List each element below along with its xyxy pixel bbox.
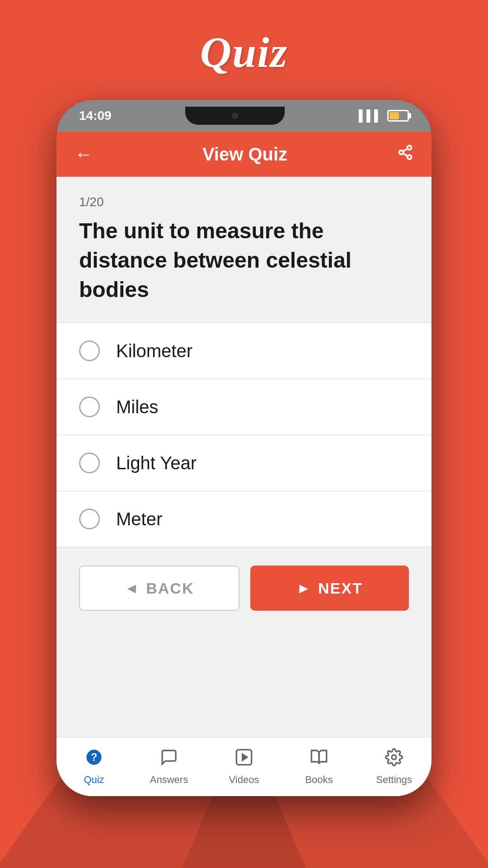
settings-nav-icon: [385, 748, 403, 770]
books-nav-icon: [310, 748, 328, 770]
svg-point-9: [392, 755, 396, 760]
answers-nav-label: Answers: [150, 774, 188, 786]
nav-item-books[interactable]: Books: [282, 748, 357, 786]
notch: [185, 107, 285, 125]
quiz-nav-label: Quiz: [84, 774, 104, 786]
svg-line-4: [403, 148, 408, 151]
header-title: View Quiz: [202, 144, 287, 165]
settings-nav-label: Settings: [376, 774, 412, 786]
option-miles-label: Miles: [116, 397, 158, 417]
radio-miles[interactable]: [79, 396, 100, 417]
option-meter-label: Meter: [116, 509, 162, 529]
back-button[interactable]: ←: [75, 144, 93, 165]
next-button[interactable]: ► NEXT: [250, 566, 409, 611]
next-icon: ►: [296, 580, 311, 597]
nav-item-videos[interactable]: Videos: [206, 748, 282, 786]
option-kilometer[interactable]: Kilometer: [56, 322, 432, 379]
next-label: NEXT: [318, 580, 363, 597]
radio-meter[interactable]: [79, 509, 100, 529]
back-icon: ◄: [125, 580, 139, 597]
phone-frame: 14:09 ▌▌▌ ← View Quiz 1: [56, 100, 432, 796]
nav-item-answers[interactable]: Answers: [131, 748, 206, 786]
bottom-nav: ? Quiz Answers: [56, 737, 432, 796]
videos-nav-label: Videos: [229, 774, 259, 786]
app-header: ← View Quiz: [56, 132, 432, 177]
radio-light-year[interactable]: [79, 453, 100, 473]
answers-nav-icon: [160, 748, 178, 770]
svg-text:?: ?: [91, 751, 97, 763]
radio-kilometer[interactable]: [79, 340, 100, 361]
battery-fill: [389, 112, 399, 119]
option-light-year-label: Light Year: [116, 453, 197, 473]
books-nav-label: Books: [305, 774, 333, 786]
status-icons: ▌▌▌: [359, 109, 409, 122]
back-label: BACK: [146, 580, 194, 597]
page-title-wrap: Quiz: [0, 0, 488, 100]
back-button[interactable]: ◄ BACK: [79, 566, 239, 611]
option-meter[interactable]: Meter: [56, 491, 432, 547]
nav-item-quiz[interactable]: ? Quiz: [56, 748, 131, 786]
option-miles[interactable]: Miles: [56, 379, 432, 435]
svg-marker-8: [243, 754, 247, 760]
question-number: 1/20: [79, 195, 409, 209]
options-list: Kilometer Miles Light Year Meter: [56, 322, 432, 547]
option-light-year[interactable]: Light Year: [56, 435, 432, 491]
signal-icon: ▌▌▌: [359, 109, 382, 122]
option-kilometer-label: Kilometer: [116, 341, 192, 361]
nav-buttons: ◄ BACK ► NEXT: [56, 547, 432, 629]
nav-item-settings[interactable]: Settings: [357, 748, 432, 786]
svg-line-3: [403, 153, 408, 156]
status-time: 14:09: [79, 108, 112, 123]
share-button[interactable]: [397, 144, 413, 165]
app-title: Quiz: [200, 27, 288, 77]
battery-icon: [387, 110, 409, 122]
status-bar: 14:09 ▌▌▌: [56, 100, 432, 132]
content-spacer: [56, 629, 432, 737]
quiz-nav-icon: ?: [85, 748, 103, 770]
videos-nav-icon: [235, 748, 253, 770]
question-block: 1/20 The unit to measure the distance be…: [56, 177, 432, 322]
notch-camera: [232, 113, 238, 119]
question-text: The unit to measure the distance between…: [79, 217, 409, 304]
quiz-content: 1/20 The unit to measure the distance be…: [56, 177, 432, 796]
